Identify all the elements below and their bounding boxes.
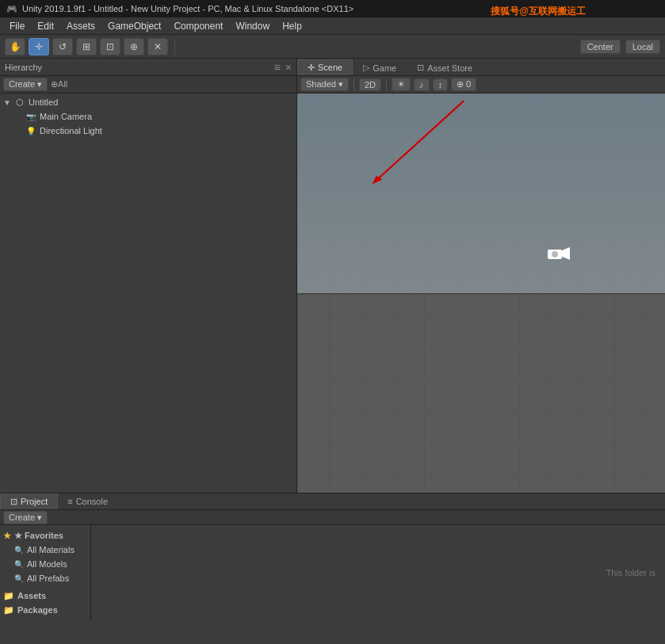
title-bar-left: 🎮 Unity 2019.1.9f1 - Untitled - New Unit… bbox=[6, 4, 354, 14]
hierarchy-lock-icon[interactable]: × bbox=[285, 61, 292, 74]
gizmos-button[interactable]: ⊕ 0 bbox=[451, 78, 476, 91]
tab-project[interactable]: ⊡ Project bbox=[0, 493, 58, 509]
scene-view[interactable] bbox=[297, 93, 665, 493]
unity-logo-icon: 🎮 bbox=[6, 4, 17, 14]
project-tab-icon: ⊡ bbox=[10, 497, 17, 507]
scene-arrow-icon: ▼ bbox=[3, 98, 14, 107]
camera-icon: 📷 bbox=[25, 111, 36, 122]
all-models-label: All Models bbox=[27, 559, 67, 569]
project-sidebar: ★ ★ Favorites 🔍 All Materials 🔍 All Mode… bbox=[0, 525, 91, 620]
directional-light-item[interactable]: 💡 Directional Light bbox=[0, 124, 296, 138]
assets-folder-icon: 📁 bbox=[3, 591, 14, 601]
hierarchy-options-icon[interactable]: ≡ bbox=[274, 61, 281, 74]
menu-edit[interactable]: Edit bbox=[31, 19, 60, 33]
main-layout: Hierarchy ≡ × Create ▾ ⊕All ▼ ⬡ Untitled… bbox=[0, 59, 665, 493]
light-icon: 💡 bbox=[25, 125, 36, 136]
assets-header: 📁 Assets bbox=[0, 589, 90, 603]
menu-gameobject[interactable]: GameObject bbox=[101, 19, 167, 33]
toolbar-rotate-tool[interactable]: ↺ bbox=[52, 38, 73, 55]
menu-help[interactable]: Help bbox=[276, 19, 308, 33]
svg-marker-1 bbox=[562, 247, 570, 260]
hierarchy-toolbar: Create ▾ ⊕All bbox=[0, 76, 296, 93]
game-tab-icon: ▷ bbox=[363, 63, 369, 73]
packages-label: Packages bbox=[17, 605, 58, 615]
hierarchy-title: Hierarchy bbox=[5, 63, 42, 72]
tab-asset-store[interactable]: ⊡ Asset Store bbox=[407, 59, 483, 75]
center-pivot-button[interactable]: Center bbox=[580, 40, 621, 54]
hierarchy-header: Hierarchy ≡ × bbox=[0, 59, 296, 76]
local-global-button[interactable]: Local bbox=[625, 40, 660, 54]
packages-folder-icon: 📁 bbox=[3, 605, 14, 615]
all-models-item[interactable]: 🔍 All Models bbox=[0, 557, 90, 571]
project-create-button[interactable]: Create ▾ bbox=[3, 511, 48, 524]
all-prefabs-label: All Prefabs bbox=[27, 574, 69, 583]
assets-label: Assets bbox=[17, 591, 46, 600]
toolbar-custom-tool[interactable]: ✕ bbox=[147, 38, 168, 55]
empty-folder-text: This folder is bbox=[606, 568, 655, 577]
2d-button[interactable]: 2D bbox=[359, 78, 381, 91]
tab-scene[interactable]: ✛ Scene bbox=[297, 59, 353, 75]
search-prefabs-icon: 🔍 bbox=[14, 574, 24, 583]
toolbar-hand-tool[interactable]: ✋ bbox=[5, 38, 25, 55]
all-materials-item[interactable]: 🔍 All Materials bbox=[0, 543, 90, 557]
toolbar-rect-tool[interactable]: ⊡ bbox=[100, 38, 120, 55]
main-camera-item[interactable]: 📷 Main Camera bbox=[0, 109, 296, 124]
tab-console[interactable]: ≡ Console bbox=[58, 493, 117, 509]
menu-component[interactable]: Component bbox=[167, 19, 229, 33]
title-bar-title: Unity 2019.1.9f1 - Untitled - New Unity … bbox=[22, 4, 354, 13]
favorites-label: ★ Favorites bbox=[14, 531, 63, 541]
toolbar-move-tool[interactable]: ✛ bbox=[29, 38, 49, 55]
hierarchy-create-button[interactable]: Create ▾ bbox=[3, 78, 48, 91]
svg-point-2 bbox=[552, 251, 558, 257]
console-tab-icon: ≡ bbox=[67, 497, 72, 506]
scene-toolbar-sep1 bbox=[354, 78, 354, 91]
menu-window[interactable]: Window bbox=[229, 19, 276, 33]
pivot-group: Center Local bbox=[580, 40, 660, 54]
toolbar-transform-tool[interactable]: ⊕ bbox=[124, 38, 144, 55]
tab-game[interactable]: ▷ Game bbox=[353, 59, 407, 75]
scene-tab-label: Scene bbox=[318, 63, 342, 72]
bottom-tabs: ⊡ Project ≡ Console bbox=[0, 493, 665, 510]
bottom-toolbar: Create ▾ bbox=[0, 510, 665, 525]
menu-bar: File Edit Assets GameObject Component Wi… bbox=[0, 17, 665, 35]
scene-name: Untitled bbox=[29, 97, 58, 107]
directional-light-label: Directional Light bbox=[40, 126, 102, 135]
horizon-line bbox=[297, 293, 665, 295]
scene-camera-object bbox=[548, 246, 571, 265]
bottom-panel: ⊡ Project ≡ Console Create ▾ ★ ★ Favorit… bbox=[0, 493, 665, 620]
favorites-header: ★ ★ Favorites bbox=[0, 528, 90, 543]
asset-store-tab-icon: ⊡ bbox=[417, 63, 424, 73]
toolbar: ✋ ✛ ↺ ⊞ ⊡ ⊕ ✕ Center Local bbox=[0, 35, 665, 59]
search-models-icon: 🔍 bbox=[14, 560, 24, 569]
favorites-star-icon: ★ bbox=[3, 531, 11, 541]
scene-root-item[interactable]: ▼ ⬡ Untitled bbox=[0, 95, 296, 109]
menu-assets[interactable]: Assets bbox=[60, 19, 101, 33]
right-panel: ✛ Scene ▷ Game ⊡ Asset Store Shaded ▾ 2D… bbox=[297, 59, 665, 493]
toolbar-scale-tool[interactable]: ⊞ bbox=[76, 38, 97, 55]
lighting-button[interactable]: ☀ bbox=[392, 78, 411, 91]
game-tab-label: Game bbox=[373, 63, 396, 73]
toolbar-sep1 bbox=[174, 39, 175, 55]
project-main-area: This folder is bbox=[91, 525, 665, 620]
asset-store-tab-label: Asset Store bbox=[427, 63, 472, 73]
scene-toolbar-sep2 bbox=[386, 78, 387, 91]
watermark: 搜狐号@互联网搬运工 bbox=[491, 5, 586, 18]
all-prefabs-item[interactable]: 🔍 All Prefabs bbox=[0, 571, 90, 585]
hierarchy-content: ▼ ⬡ Untitled 📷 Main Camera 💡 Directional… bbox=[0, 93, 296, 493]
all-materials-label: All Materials bbox=[27, 545, 75, 554]
console-tab-label: Console bbox=[76, 497, 108, 506]
hierarchy-all-button[interactable]: ⊕All bbox=[51, 79, 67, 90]
audio-button[interactable]: ♪ bbox=[414, 78, 430, 91]
sky-area bbox=[297, 93, 665, 293]
menu-file[interactable]: File bbox=[3, 19, 31, 33]
view-tabs: ✛ Scene ▷ Game ⊡ Asset Store bbox=[297, 59, 665, 76]
scene-icon: ⬡ bbox=[14, 97, 25, 108]
shading-dropdown[interactable]: Shaded ▾ bbox=[300, 78, 349, 91]
shading-label: Shaded bbox=[306, 79, 336, 89]
packages-header: 📁 Packages bbox=[0, 603, 90, 617]
bottom-content: ★ ★ Favorites 🔍 All Materials 🔍 All Mode… bbox=[0, 525, 665, 620]
scene-tab-icon: ✛ bbox=[308, 63, 315, 73]
scene-toolbar: Shaded ▾ 2D ☀ ♪ ↕ ⊕ 0 bbox=[297, 76, 665, 93]
hierarchy-panel: Hierarchy ≡ × Create ▾ ⊕All ▼ ⬡ Untitled… bbox=[0, 59, 297, 493]
effects-button[interactable]: ↕ bbox=[433, 78, 449, 91]
